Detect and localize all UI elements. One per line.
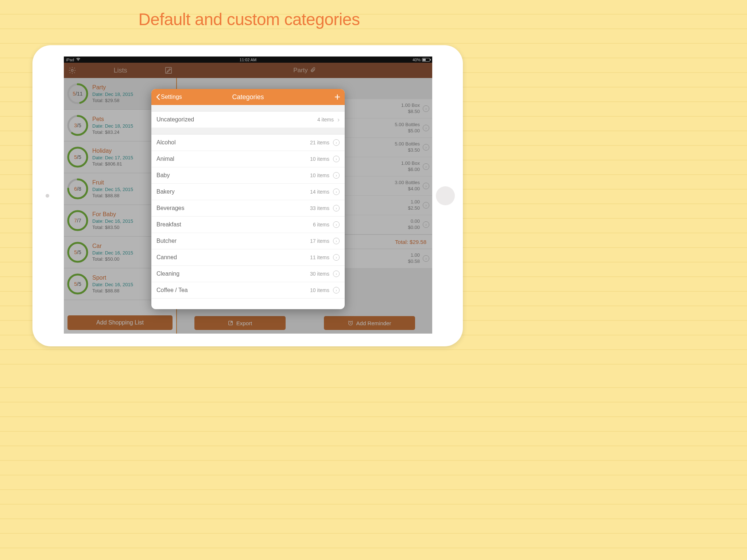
category-count: 21 items — [310, 140, 329, 145]
category-row[interactable]: Coffee / Tea10 items› — [151, 282, 345, 299]
category-row[interactable]: Baby10 items› — [151, 167, 345, 184]
category-row[interactable]: Bakery14 items› — [151, 184, 345, 200]
chevron-right-icon: › — [333, 139, 340, 146]
category-count: 6 items — [313, 222, 329, 228]
chevron-right-icon: › — [333, 238, 340, 244]
item-qty: 1.00 — [408, 252, 420, 258]
category-name: Baby — [156, 172, 310, 179]
item-qty: 0.00 — [408, 218, 420, 225]
item-price: $0.58 — [408, 258, 420, 265]
chevron-right-icon: › — [423, 221, 429, 228]
category-name: Breakfast — [156, 221, 313, 228]
nav-detail-title: Party — [293, 67, 308, 74]
progress-ring: 5/5 — [67, 241, 89, 263]
edit-icon[interactable] — [165, 66, 173, 74]
chevron-left-icon — [156, 94, 160, 100]
category-name: Butcher — [156, 238, 310, 244]
category-name: Uncategorized — [156, 116, 317, 123]
item-qty: 5.00 Bottles — [395, 122, 420, 128]
category-count: 10 items — [310, 172, 329, 178]
progress-ring: 3/5 — [67, 114, 89, 136]
item-price: $6.00 — [401, 167, 420, 173]
gear-icon[interactable] — [68, 66, 76, 74]
chevron-right-icon: › — [333, 188, 340, 195]
attachment-icon[interactable] — [310, 67, 316, 74]
chevron-right-icon: › — [333, 156, 340, 162]
chevron-right-icon: › — [423, 105, 429, 112]
chevron-right-icon: › — [333, 221, 340, 228]
category-count: 4 items — [317, 117, 334, 122]
popover-back-button[interactable]: Settings — [156, 94, 182, 100]
status-battery-percent: 40% — [413, 58, 421, 62]
category-count: 10 items — [310, 156, 329, 162]
item-qty: 1.00 Box — [401, 160, 420, 167]
popover-back-label: Settings — [161, 94, 182, 100]
status-device: iPad — [66, 58, 74, 62]
category-count: 10 items — [310, 287, 329, 293]
chevron-right-icon: › — [333, 172, 340, 179]
category-count: 11 items — [310, 254, 329, 260]
nav-bar: Lists Party — [64, 63, 432, 78]
app-screen: iPad 11:02 AM 40% Lists — [64, 57, 432, 334]
progress-ring: 7/7 — [67, 210, 89, 232]
nav-lists-title: Lists — [113, 67, 127, 74]
svg-point-0 — [71, 69, 73, 71]
chevron-right-icon: › — [423, 144, 429, 151]
categories-popover: Settings Categories + Uncategorized 4 it… — [151, 89, 345, 309]
item-price: $2.50 — [408, 205, 420, 211]
category-name: Beverages — [156, 205, 310, 211]
category-name: Bakery — [156, 188, 310, 195]
battery-icon — [422, 58, 430, 62]
category-row[interactable]: Beverages33 items› — [151, 200, 345, 217]
category-name: Canned — [156, 254, 310, 261]
add-shopping-list-button[interactable]: Add Shopping List — [67, 315, 173, 330]
chevron-right-icon: › — [337, 116, 340, 124]
category-count: 30 items — [310, 271, 329, 277]
add-reminder-button[interactable]: Add Reminder — [324, 316, 415, 330]
chevron-right-icon: › — [423, 163, 429, 170]
item-price: $0.00 — [408, 225, 420, 231]
item-price: $3.50 — [395, 147, 420, 153]
chevron-right-icon: › — [423, 125, 429, 131]
item-price: $4.00 — [395, 186, 420, 192]
add-reminder-button-label: Add Reminder — [356, 320, 391, 326]
category-row[interactable]: Animal10 items› — [151, 151, 345, 167]
progress-ring: 5/5 — [67, 146, 89, 168]
category-name: Alcohol — [156, 139, 310, 146]
section-gap — [151, 128, 345, 135]
export-button[interactable]: Export — [194, 316, 286, 330]
item-qty: 1.00 — [408, 199, 420, 205]
item-price: $5.00 — [395, 128, 420, 134]
status-time: 11:02 AM — [240, 58, 256, 62]
item-qty: 3.00 Bottles — [395, 180, 420, 186]
item-price: $8.50 — [401, 109, 420, 115]
category-count: 33 items — [310, 205, 329, 211]
progress-ring: 5/5 — [67, 273, 89, 295]
ipad-frame: iPad 11:02 AM 40% Lists — [32, 45, 463, 346]
item-qty: 1.00 Box — [401, 102, 420, 109]
marketing-title: Default and custom categories — [0, 0, 498, 29]
category-row[interactable]: Butcher17 items› — [151, 233, 345, 249]
popover-header: Settings Categories + — [151, 89, 345, 105]
add-category-button[interactable]: + — [334, 92, 340, 102]
category-row[interactable]: Breakfast6 items› — [151, 217, 345, 233]
export-button-label: Export — [236, 320, 252, 326]
chevron-right-icon: › — [423, 183, 429, 189]
category-name: Coffee / Tea — [156, 287, 310, 293]
home-button[interactable] — [436, 186, 455, 205]
progress-ring: 6/8 — [67, 178, 89, 200]
category-row[interactable]: Canned11 items› — [151, 249, 345, 266]
chevron-right-icon: › — [423, 202, 429, 209]
chevron-right-icon: › — [333, 271, 340, 277]
section-gap — [151, 105, 345, 112]
chevron-right-icon: › — [423, 255, 429, 262]
category-row-uncategorized[interactable]: Uncategorized 4 items › — [151, 112, 345, 128]
wifi-icon — [76, 58, 81, 62]
category-name: Animal — [156, 156, 310, 162]
category-row[interactable]: Cleaning30 items› — [151, 266, 345, 282]
front-camera — [46, 194, 49, 198]
category-name: Cleaning — [156, 271, 310, 277]
category-row[interactable]: Alcohol21 items› — [151, 135, 345, 151]
category-count: 14 items — [310, 189, 329, 195]
chevron-right-icon: › — [333, 254, 340, 261]
